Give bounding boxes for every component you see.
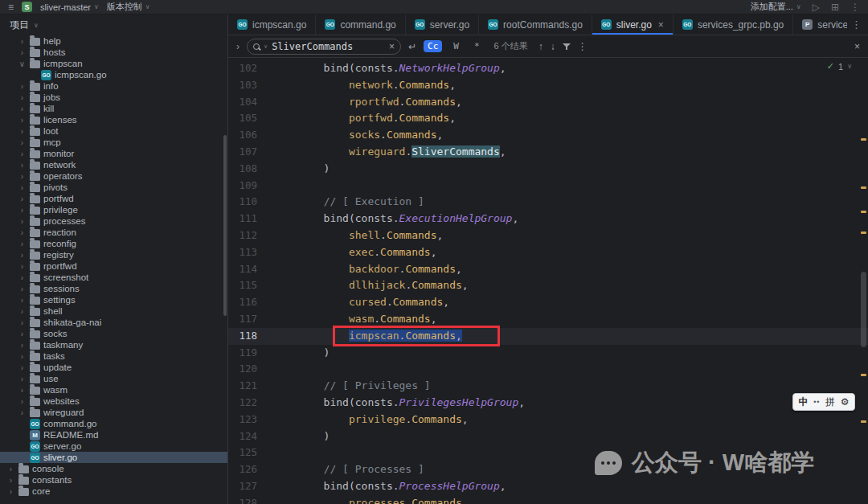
tree-item-screenshot[interactable]: ›screenshot <box>0 272 227 283</box>
vcs-menu[interactable]: 版本控制 ∨ <box>107 1 150 13</box>
filter-icon[interactable] <box>563 43 571 51</box>
chevron-icon[interactable]: › <box>6 487 15 496</box>
tab-sliver.go[interactable]: GOsliver.go× <box>592 14 674 35</box>
tree-item-jobs[interactable]: ›jobs <box>0 92 227 103</box>
code-line-124[interactable]: 124 ) <box>228 428 868 445</box>
tree-item-settings[interactable]: ›settings <box>0 294 227 305</box>
tree-item-tasks[interactable]: ›tasks <box>0 350 227 362</box>
newline-icon[interactable]: ↵ <box>408 42 416 51</box>
code-line-113[interactable]: 113 exec.Commands, <box>228 244 868 261</box>
tree-item-mcp[interactable]: ›mcp <box>0 137 227 148</box>
chevron-icon[interactable]: › <box>18 330 27 338</box>
code-line-120[interactable]: 120 <box>228 361 868 378</box>
code-line-128[interactable]: 128 processes.Commands, <box>228 495 868 504</box>
tab-services_grpc.pb.go[interactable]: GOservices_grpc.pb.go <box>674 14 793 35</box>
chevron-icon[interactable]: › <box>18 397 27 406</box>
chevron-icon[interactable]: › <box>18 48 27 57</box>
code-line-112[interactable]: 112 shell.Commands, <box>228 227 868 244</box>
code-line-115[interactable]: 115 dllhijack.Commands, <box>228 277 868 294</box>
code-line-106[interactable]: 106 socks.Commands, <box>228 127 868 144</box>
match-case-toggle[interactable]: Cc <box>424 40 442 52</box>
project-panel-header[interactable]: 项目 ∨ <box>0 14 227 35</box>
code-area[interactable]: 102 bind(consts.NetworkHelpGroup,103 net… <box>228 58 868 504</box>
tree-item-reconfig[interactable]: ›reconfig <box>0 238 227 249</box>
search-query[interactable]: SliverCommands <box>272 41 385 52</box>
code-line-110[interactable]: 110 // [ Execution ] <box>228 194 868 211</box>
chevron-icon[interactable]: › <box>18 93 27 102</box>
editor-scrollbar-thumb[interactable] <box>861 272 866 347</box>
chevron-icon[interactable]: › <box>18 138 27 147</box>
chevron-icon[interactable]: › <box>18 285 27 293</box>
tree-item-registry[interactable]: ›registry <box>0 249 227 260</box>
code-line-122[interactable]: 122 bind(consts.PrivilegesHelpGroup, <box>228 395 868 412</box>
chevron-icon[interactable]: › <box>18 262 27 271</box>
chevron-icon[interactable]: › <box>18 386 27 395</box>
next-match-icon[interactable]: ↓ <box>551 42 555 51</box>
code-line-102[interactable]: 102 bind(consts.NetworkHelpGroup, <box>228 60 868 77</box>
tree-item-wireguard[interactable]: ›wireguard <box>0 407 227 418</box>
tree-item-portfwd[interactable]: ›portfwd <box>0 193 227 204</box>
inspections-widget[interactable]: ✓ 1 ∨ <box>827 61 852 72</box>
tree-item-icmpscan.go[interactable]: GOicmpscan.go <box>0 69 227 80</box>
chevron-icon[interactable]: › <box>18 127 27 136</box>
tree-item-loot[interactable]: ›loot <box>0 125 227 137</box>
chevron-icon[interactable]: › <box>18 206 27 215</box>
chevron-icon[interactable]: › <box>18 82 27 91</box>
search-field[interactable]: ∨ SliverCommands × <box>247 39 401 55</box>
tab-list-more-icon[interactable]: ⋮ <box>851 18 862 31</box>
chevron-icon[interactable]: › <box>18 161 27 170</box>
code-line-118[interactable]: 118 icmpscan.Commands, <box>228 328 868 345</box>
tree-item-socks[interactable]: ›socks <box>0 328 227 339</box>
code-line-111[interactable]: 111 bind(consts.ExecutionHelpGroup, <box>228 211 868 227</box>
chevron-icon[interactable]: › <box>18 375 27 383</box>
regex-toggle[interactable]: * <box>470 40 484 52</box>
tree-item-websites[interactable]: ›websites <box>0 395 227 407</box>
code-line-105[interactable]: 105 portfwd.Commands, <box>228 110 868 127</box>
prev-match-icon[interactable]: ↑ <box>538 42 543 51</box>
chevron-icon[interactable]: › <box>18 183 27 192</box>
chevron-icon[interactable]: › <box>18 318 27 327</box>
tree-item-shikata-ga-nai[interactable]: ›shikata-ga-nai <box>0 317 227 328</box>
code-line-114[interactable]: 114 backdoor.Commands, <box>228 261 868 278</box>
tree-item-sliver.go[interactable]: GOsliver.go <box>0 452 227 463</box>
chevron-icon[interactable]: › <box>18 296 27 305</box>
tree-item-core[interactable]: ›core <box>0 486 227 497</box>
chevron-icon[interactable]: › <box>18 273 27 282</box>
code-line-117[interactable]: 117 wasm.Commands, <box>228 311 868 328</box>
chevron-icon[interactable]: › <box>18 195 27 203</box>
tree-item-taskmany[interactable]: ›taskmany <box>0 339 227 350</box>
code-line-107[interactable]: 107 wireguard.SliverCommands, <box>228 144 868 161</box>
tree-item-wasm[interactable]: ›wasm <box>0 384 227 395</box>
main-menu-icon[interactable]: ≡ <box>8 2 14 12</box>
ime-indicator[interactable]: 中 •• 拼 ⚙ <box>792 393 855 411</box>
code-line-108[interactable]: 108 ) <box>228 161 868 178</box>
chevron-icon[interactable]: › <box>18 104 27 113</box>
chevron-icon[interactable]: › <box>6 476 15 485</box>
tab-rootCommands.go[interactable]: GOrootCommands.go <box>479 14 592 35</box>
run-config-selector[interactable]: 添加配置... ∨ <box>751 1 801 13</box>
tree-scrollbar[interactable] <box>223 135 227 316</box>
chevron-icon[interactable]: › <box>18 240 27 248</box>
chevron-icon[interactable]: › <box>18 37 27 46</box>
code-line-116[interactable]: 116 cursed.Commands, <box>228 294 868 311</box>
code-line-119[interactable]: 119 ) <box>228 345 868 362</box>
tree-item-command.go[interactable]: GOcommand.go <box>0 418 227 429</box>
tree-item-constants[interactable]: ›constants <box>0 474 227 486</box>
tree-item-monitor[interactable]: ›monitor <box>0 148 227 159</box>
code-line-127[interactable]: 127 bind(consts.ProcessHelpGroup, <box>228 478 868 495</box>
tree-item-shell[interactable]: ›shell <box>0 305 227 317</box>
chevron-icon[interactable]: › <box>18 217 27 226</box>
find-more-icon[interactable]: ⋮ <box>578 42 588 51</box>
tree-item-privilege[interactable]: ›privilege <box>0 204 227 215</box>
scroll-stripe[interactable] <box>858 58 868 504</box>
chevron-icon[interactable]: › <box>18 251 27 260</box>
tree-item-icmpscan[interactable]: ∨icmpscan <box>0 58 227 69</box>
tree-item-use[interactable]: ›use <box>0 373 227 384</box>
close-tab-icon[interactable]: × <box>658 19 664 31</box>
expand-replace-chevron-icon[interactable]: › <box>236 41 240 52</box>
tree-item-info[interactable]: ›info <box>0 80 227 92</box>
tree-item-server.go[interactable]: GOserver.go <box>0 440 227 452</box>
tree-item-rportfwd[interactable]: ›rportfwd <box>0 260 227 272</box>
project-selector[interactable]: sliver-master ∨ <box>40 2 99 12</box>
chevron-down-icon[interactable]: ∨ <box>847 63 852 70</box>
